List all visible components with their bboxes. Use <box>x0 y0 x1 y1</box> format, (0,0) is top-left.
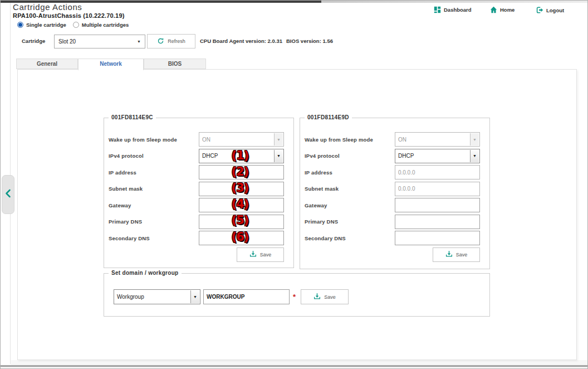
dashboard-icon <box>434 6 441 13</box>
nic2-legend: 001FD8114E9D <box>305 114 352 120</box>
ip-address-label: IP address <box>305 169 395 176</box>
refresh-label: Refresh <box>168 38 185 44</box>
nav-logout-label: Logout <box>546 7 564 13</box>
tab-bios[interactable]: BIOS <box>144 59 206 69</box>
nic1-ipv4-protocol-value: DHCP <box>199 153 218 159</box>
nic2-subnet-mask-input[interactable] <box>395 182 480 196</box>
nic1-gateway-input[interactable] <box>199 198 284 212</box>
nic2-wake-sleep-select[interactable]: ON ▼ <box>395 132 480 147</box>
field-row: IPv4 protocol DHCP ▼ <box>109 149 284 163</box>
domain-workgroup-group: Set domain / workgroup Workgroup ▼ * Sav… <box>104 273 490 317</box>
nic1-secondary-dns-input[interactable] <box>199 231 284 245</box>
cartridge-slot-select[interactable]: Slot 20 ▼ <box>54 35 145 48</box>
nic1-group: 001FD8114E9C Wake up from Sleep mode ON … <box>104 118 294 268</box>
field-row: IP address <box>305 165 480 179</box>
nav-dashboard[interactable]: Dashboard <box>434 6 472 13</box>
bios-version-text: BIOS version: 1.56 <box>286 38 333 44</box>
domain-type-value: Workgroup <box>114 294 144 300</box>
primary-dns-label: Primary DNS <box>109 219 199 225</box>
chevron-down-icon: ▼ <box>470 150 479 162</box>
radio-unselected-icon <box>73 22 79 28</box>
nic1-subnet-mask-input[interactable] <box>199 182 284 196</box>
secondary-dns-label: Secondary DNS <box>109 235 199 241</box>
field-row: Primary DNS <box>109 215 284 229</box>
primary-dns-label: Primary DNS <box>305 219 395 225</box>
field-row: IP address <box>109 165 284 179</box>
cartridge-label: Cartridge <box>22 38 45 44</box>
nic2-group: 001FD8114E9D Wake up from Sleep mode ON … <box>300 118 490 269</box>
home-icon <box>490 6 497 13</box>
nic2-ip-address-input[interactable] <box>395 165 480 179</box>
chassis-subtitle: RPA100-AtrustChassis (10.222.70.19) <box>13 12 125 19</box>
cartridge-mode-radios: Single cartridge Multiple cartridges <box>17 22 129 28</box>
workgroup-name-input[interactable] <box>203 289 290 304</box>
page-title: Cartridge Actions <box>13 2 82 12</box>
refresh-button[interactable]: Refresh <box>147 34 195 48</box>
save-row: Save <box>305 247 480 262</box>
wake-sleep-label: Wake up from Sleep mode <box>305 137 395 143</box>
nav-dashboard-label: Dashboard <box>444 7 472 13</box>
refresh-icon <box>157 37 164 46</box>
field-row: Subnet mask <box>109 182 284 196</box>
ipv4-protocol-label: IPv4 protocol <box>305 153 395 159</box>
chevron-down-icon: ▼ <box>274 150 283 162</box>
nic2-primary-dns-input[interactable] <box>395 215 480 229</box>
domain-save-button[interactable]: Save <box>301 289 349 304</box>
domain-type-select[interactable]: Workgroup ▼ <box>114 289 200 304</box>
nic2-save-label: Save <box>456 252 468 258</box>
domain-save-label: Save <box>324 294 336 300</box>
wake-sleep-label: Wake up from Sleep mode <box>109 137 199 143</box>
sidebar-collapse-handle[interactable] <box>2 175 14 214</box>
field-row: Gateway <box>109 198 284 212</box>
radio-multiple-cartridges[interactable]: Multiple cartridges <box>73 22 129 28</box>
domain-group-legend: Set domain / workgroup <box>109 270 182 276</box>
field-row: Wake up from Sleep mode ON ▼ <box>305 132 480 147</box>
window-top-light-strip <box>321 1 587 3</box>
radio-selected-icon <box>17 22 23 28</box>
logout-icon <box>536 6 543 14</box>
cartridge-slot-value: Slot 20 <box>58 38 76 45</box>
nic2-save-button[interactable]: Save <box>433 247 480 262</box>
field-row: Wake up from Sleep mode ON ▼ <box>109 132 284 147</box>
chevron-down-icon: ▼ <box>274 133 283 145</box>
tab-general[interactable]: General <box>16 59 78 69</box>
chevron-down-icon: ▼ <box>137 40 141 43</box>
field-row: Primary DNS <box>305 215 480 229</box>
subnet-mask-label: Subnet mask <box>109 186 199 192</box>
chevron-down-icon: ▼ <box>470 133 479 145</box>
ipv4-protocol-label: IPv4 protocol <box>109 153 199 159</box>
gateway-label: Gateway <box>109 202 199 208</box>
gateway-label: Gateway <box>305 202 395 208</box>
cartridge-actions-page: Cartridge Actions RPA100-AtrustChassis (… <box>0 0 588 369</box>
subnet-mask-label: Subnet mask <box>305 186 395 192</box>
nic1-save-label: Save <box>260 252 272 258</box>
bottom-padding-strip <box>11 360 587 365</box>
radio-multiple-label: Multiple cartridges <box>82 22 129 28</box>
chevron-left-icon <box>5 189 11 200</box>
radio-single-cartridge[interactable]: Single cartridge <box>17 22 66 28</box>
field-row: Subnet mask <box>305 182 480 196</box>
nic1-ip-address-input[interactable] <box>199 165 284 179</box>
nic1-primary-dns-input[interactable] <box>199 215 284 229</box>
nic2-secondary-dns-input[interactable] <box>395 231 480 245</box>
domain-row: Workgroup ▼ * Save <box>104 274 489 304</box>
nav-logout[interactable]: Logout <box>536 6 564 14</box>
field-row: IPv4 protocol DHCP ▼ <box>305 149 480 163</box>
nic2-wake-sleep-value: ON <box>395 137 406 143</box>
nic1-wake-sleep-select[interactable]: ON ▼ <box>199 132 284 147</box>
agent-version-text: CPU Board Agent version: 2.0.31 <box>200 38 282 44</box>
save-download-icon <box>249 250 257 259</box>
field-row: Gateway <box>305 198 480 212</box>
nic1-legend: 001FD8114E9C <box>109 114 156 120</box>
nic2-ipv4-protocol-select[interactable]: DHCP ▼ <box>395 149 480 163</box>
tab-network[interactable]: Network <box>78 59 144 70</box>
radio-single-label: Single cartridge <box>26 22 66 28</box>
nic1-ipv4-protocol-select[interactable]: DHCP ▼ <box>199 149 284 163</box>
nic1-save-button[interactable]: Save <box>237 247 284 262</box>
ip-address-label: IP address <box>109 169 199 176</box>
nav-home-label: Home <box>500 7 514 13</box>
nav-home[interactable]: Home <box>490 6 514 13</box>
chevron-down-icon: ▼ <box>190 290 199 303</box>
nic2-gateway-input[interactable] <box>395 198 480 212</box>
field-row: Secondary DNS <box>109 231 284 245</box>
